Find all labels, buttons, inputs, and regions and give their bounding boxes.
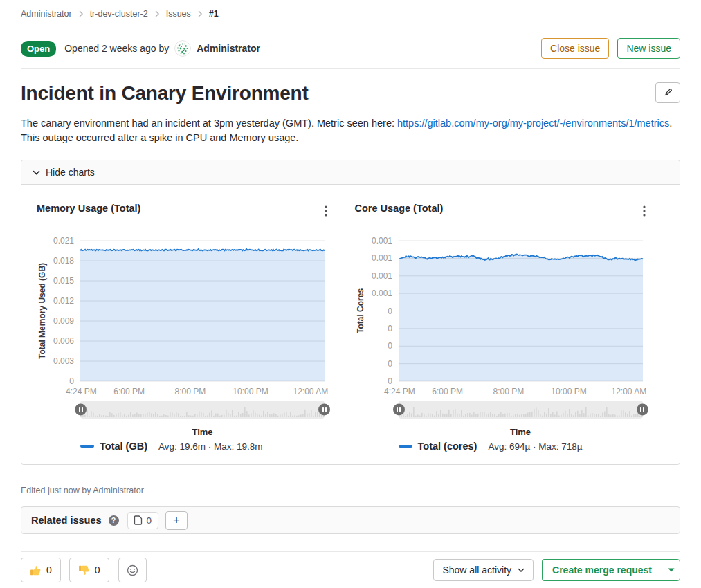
svg-text:0.021: 0.021 bbox=[53, 236, 74, 246]
svg-text:0: 0 bbox=[388, 341, 392, 351]
svg-text:4:24 PM: 4:24 PM bbox=[384, 387, 415, 396]
svg-text:0.009: 0.009 bbox=[53, 316, 74, 326]
chevron-down-icon bbox=[518, 568, 525, 573]
scrubber-handle-right[interactable] bbox=[318, 404, 330, 416]
svg-text:4:24 PM: 4:24 PM bbox=[66, 387, 97, 396]
thumbs-up-button[interactable]: 0 bbox=[21, 558, 61, 582]
kebab-icon bbox=[643, 205, 646, 217]
legend-stats: Avg: 19.6m · Max: 19.8m bbox=[158, 441, 263, 452]
breadcrumb-item-project[interactable]: tr-dev-cluster-2 bbox=[90, 9, 148, 19]
svg-text:0: 0 bbox=[388, 376, 392, 386]
author-name[interactable]: Administrator bbox=[197, 43, 260, 54]
avatar[interactable] bbox=[174, 40, 191, 57]
svg-text:0.001: 0.001 bbox=[371, 271, 392, 281]
related-issues-count: 0 bbox=[127, 512, 159, 529]
svg-text:0: 0 bbox=[388, 324, 392, 333]
breadcrumb-item-administrator[interactable]: Administrator bbox=[21, 9, 72, 19]
svg-text:0.003: 0.003 bbox=[53, 356, 74, 366]
divider bbox=[21, 28, 680, 28]
chevron-down-icon bbox=[33, 170, 40, 175]
scrubber-track[interactable] bbox=[399, 401, 643, 419]
svg-text:6:00 PM: 6:00 PM bbox=[432, 387, 463, 396]
core-usage-chart: Core Usage (Total) 0.0010.0010.0010.0010… bbox=[351, 203, 669, 452]
breadcrumb-item-issues[interactable]: Issues bbox=[166, 9, 191, 19]
new-issue-button[interactable]: New issue bbox=[617, 38, 680, 59]
time-range-scrubber bbox=[80, 401, 325, 419]
svg-text:0: 0 bbox=[388, 359, 392, 369]
chart-menu-button[interactable] bbox=[636, 203, 653, 219]
svg-text:12:00 AM: 12:00 AM bbox=[611, 387, 646, 396]
svg-text:10:00 PM: 10:00 PM bbox=[551, 387, 586, 396]
add-related-issue-button[interactable]: + bbox=[165, 511, 188, 530]
scrubber-track[interactable] bbox=[80, 401, 325, 419]
scrubber-handle-left[interactable] bbox=[75, 404, 87, 416]
svg-text:0.001: 0.001 bbox=[371, 253, 392, 263]
caret-down-icon bbox=[668, 568, 675, 572]
edit-title-button[interactable] bbox=[655, 82, 680, 103]
status-badge: Open bbox=[21, 41, 56, 57]
count-value: 0 bbox=[147, 515, 152, 526]
chevron-right-icon bbox=[197, 10, 203, 17]
x-axis-label: Time bbox=[399, 427, 643, 437]
time-range-scrubber bbox=[399, 401, 643, 419]
activity-filter-dropdown[interactable]: Show all activity bbox=[433, 559, 534, 581]
thumbs-up-count: 0 bbox=[46, 564, 52, 576]
memory-usage-plot: 0.0210.0180.0150.0120.0090.0060.00304:24… bbox=[33, 215, 350, 396]
issue-status-bar: Open Opened 2 weeks ago by Administrator… bbox=[21, 38, 680, 59]
award-bar: 0 0 Show all activity Create merge reque… bbox=[21, 558, 680, 582]
pencil-icon bbox=[662, 87, 673, 98]
opened-text: Opened 2 weeks ago by bbox=[64, 43, 169, 54]
chevron-right-icon bbox=[78, 10, 84, 17]
create-mr-split-button: Create merge request bbox=[542, 559, 680, 581]
thumbs-down-count: 0 bbox=[95, 564, 100, 576]
memory-usage-chart: Memory Usage (Total) 0.0210.0180.0150.01… bbox=[33, 203, 351, 452]
svg-text:0: 0 bbox=[69, 376, 74, 386]
legend-stats: Avg: 694µ · Max: 718µ bbox=[488, 441, 582, 452]
chart-menu-button[interactable] bbox=[318, 203, 334, 219]
legend-label: Total (cores) bbox=[418, 441, 477, 452]
issue-page: Administrator tr-dev-cluster-2 Issues #1… bbox=[0, 0, 701, 582]
x-axis-label: Time bbox=[80, 427, 325, 437]
svg-text:0.006: 0.006 bbox=[53, 336, 74, 346]
activity-filter-label: Show all activity bbox=[442, 564, 511, 576]
issue-type-icon bbox=[134, 515, 143, 525]
hide-charts-toggle[interactable]: Hide charts bbox=[21, 160, 680, 185]
legend-swatch bbox=[399, 445, 412, 448]
svg-text:Total Memory Used (GB): Total Memory Used (GB) bbox=[37, 263, 47, 359]
svg-text:0: 0 bbox=[388, 306, 392, 316]
add-reaction-button[interactable] bbox=[118, 558, 147, 582]
legend-swatch bbox=[80, 445, 94, 448]
divider bbox=[21, 551, 680, 552]
svg-text:10:00 PM: 10:00 PM bbox=[233, 387, 268, 396]
scrubber-handle-left[interactable] bbox=[393, 404, 405, 416]
svg-text:8:00 PM: 8:00 PM bbox=[493, 387, 524, 396]
svg-text:0.015: 0.015 bbox=[53, 276, 74, 286]
chart-title: Memory Usage (Total) bbox=[33, 203, 318, 214]
svg-text:0.001: 0.001 bbox=[371, 288, 392, 298]
close-issue-button[interactable]: Close issue bbox=[541, 38, 609, 59]
chevron-right-icon bbox=[154, 10, 160, 17]
chart-title: Core Usage (Total) bbox=[351, 203, 636, 214]
scrubber-handle-right[interactable] bbox=[637, 404, 648, 416]
svg-text:0.018: 0.018 bbox=[53, 256, 74, 266]
svg-text:6:00 PM: 6:00 PM bbox=[113, 387, 145, 396]
svg-text:0.001: 0.001 bbox=[371, 236, 392, 246]
metrics-charts-panel: Hide charts Memory Usage (Total) 0.0210.… bbox=[21, 160, 680, 465]
create-mr-dropdown-toggle[interactable] bbox=[662, 559, 680, 581]
legend-label: Total (GB) bbox=[100, 441, 147, 452]
breadcrumb-current-issue: #1 bbox=[209, 9, 219, 19]
metrics-link[interactable]: https://gitlab.com/my-org/my-project/-/e… bbox=[397, 118, 669, 129]
issue-description: The canary environment had an incident a… bbox=[21, 116, 680, 145]
description-text: The canary environment had an incident a… bbox=[21, 118, 397, 129]
svg-text:0.012: 0.012 bbox=[53, 296, 74, 306]
thumbs-down-button[interactable]: 0 bbox=[69, 558, 109, 582]
smiley-icon bbox=[127, 564, 138, 576]
edited-note: Edited just now by Administrator bbox=[21, 486, 680, 495]
help-icon[interactable]: ? bbox=[109, 515, 119, 526]
chart-legend[interactable]: Total (cores) Avg: 694µ · Max: 718µ bbox=[399, 441, 669, 452]
svg-text:8:00 PM: 8:00 PM bbox=[174, 387, 206, 396]
breadcrumb: Administrator tr-dev-cluster-2 Issues #1 bbox=[21, 9, 680, 19]
chart-legend[interactable]: Total (GB) Avg: 19.6m · Max: 19.8m bbox=[80, 441, 351, 452]
create-merge-request-button[interactable]: Create merge request bbox=[542, 559, 662, 581]
core-usage-plot: 0.0010.0010.0010.001000004:24 PM6:00 PM8… bbox=[351, 215, 668, 396]
